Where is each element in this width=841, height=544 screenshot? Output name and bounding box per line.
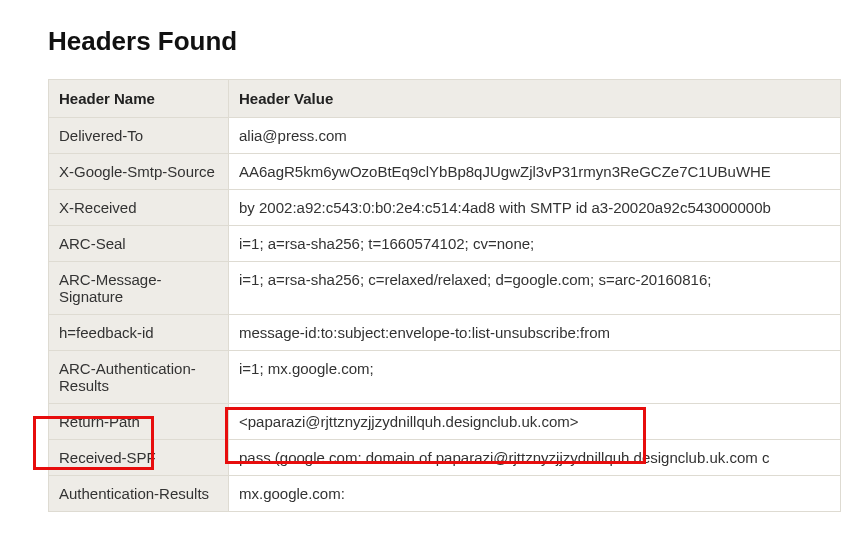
col-header-name: Header Name bbox=[49, 80, 229, 118]
table-header-row: Header Name Header Value bbox=[49, 80, 841, 118]
header-value-cell: i=1; mx.google.com; bbox=[229, 351, 841, 404]
table-row: Delivered-To alia@press.com bbox=[49, 118, 841, 154]
header-name-cell: X-Received bbox=[49, 190, 229, 226]
col-header-value: Header Value bbox=[229, 80, 841, 118]
table-row: ARC-Seal i=1; a=rsa-sha256; t=1660574102… bbox=[49, 226, 841, 262]
table-row: Received-SPF pass (google.com: domain of… bbox=[49, 440, 841, 476]
table-row: X-Received by 2002:a92:c543:0:b0:2e4:c51… bbox=[49, 190, 841, 226]
header-value-cell: mx.google.com: bbox=[229, 476, 841, 512]
header-value-cell: alia@press.com bbox=[229, 118, 841, 154]
header-value-cell: i=1; a=rsa-sha256; t=1660574102; cv=none… bbox=[229, 226, 841, 262]
table-row: ARC-Message-Signature i=1; a=rsa-sha256;… bbox=[49, 262, 841, 315]
header-name-cell: ARC-Message-Signature bbox=[49, 262, 229, 315]
bottom-fade bbox=[0, 524, 841, 544]
table-row: ARC-Authentication-Results i=1; mx.googl… bbox=[49, 351, 841, 404]
header-name-cell: ARC-Seal bbox=[49, 226, 229, 262]
table-row: Return-Path <paparazi@rjttznyzjjzydnillq… bbox=[49, 404, 841, 440]
header-value-cell: pass (google.com: domain of paparazi@rjt… bbox=[229, 440, 841, 476]
header-value-cell: AA6agR5km6ywOzoBtEq9clYbBp8qJUgwZjl3vP31… bbox=[229, 154, 841, 190]
table-row: X-Google-Smtp-Source AA6agR5km6ywOzoBtEq… bbox=[49, 154, 841, 190]
header-name-cell: Delivered-To bbox=[49, 118, 229, 154]
header-name-cell-highlighted: Return-Path bbox=[49, 404, 229, 440]
section-title: Headers Found bbox=[48, 26, 841, 57]
header-name-cell: Received-SPF bbox=[49, 440, 229, 476]
headers-table: Header Name Header Value Delivered-To al… bbox=[48, 79, 841, 512]
header-name-cell: X-Google-Smtp-Source bbox=[49, 154, 229, 190]
table-row: h=feedback-id message-id:to:subject:enve… bbox=[49, 315, 841, 351]
header-name-cell: Authentication-Results bbox=[49, 476, 229, 512]
header-value-cell: message-id:to:subject:envelope-to:list-u… bbox=[229, 315, 841, 351]
header-value-cell: by 2002:a92:c543:0:b0:2e4:c514:4ad8 with… bbox=[229, 190, 841, 226]
header-value-cell-highlighted: <paparazi@rjttznyzjjzydnillquh.designclu… bbox=[229, 404, 841, 440]
header-name-cell: h=feedback-id bbox=[49, 315, 229, 351]
header-value-cell: i=1; a=rsa-sha256; c=relaxed/relaxed; d=… bbox=[229, 262, 841, 315]
table-row: Authentication-Results mx.google.com: bbox=[49, 476, 841, 512]
page-container: Headers Found Header Name Header Value D… bbox=[0, 26, 841, 512]
header-name-cell: ARC-Authentication-Results bbox=[49, 351, 229, 404]
